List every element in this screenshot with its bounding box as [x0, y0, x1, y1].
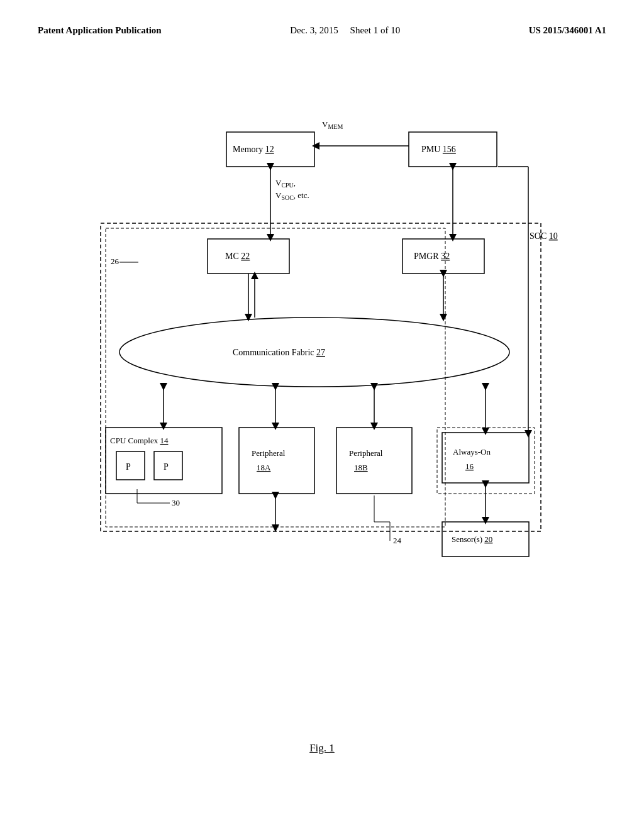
always-on-label: Always-On: [453, 447, 491, 456]
header-left: Patent Application Publication: [38, 25, 162, 36]
pmu-label: PMU 156: [421, 145, 456, 154]
svg-rect-20: [239, 428, 314, 494]
peripheral-a-number: 18A: [257, 463, 271, 472]
svg-rect-0: [101, 223, 541, 531]
label-24: 24: [393, 536, 402, 545]
memory-label: Memory 12: [233, 145, 274, 154]
vsoc-label: VSOC, etc.: [275, 191, 309, 201]
header-date: Dec. 3, 2015: [290, 25, 338, 35]
peripheral-a-label: Peripheral: [252, 448, 286, 458]
svg-rect-22: [442, 433, 529, 483]
header-sheet: Sheet 1 of 10: [350, 25, 401, 35]
pmgr-label: PMGR 32: [414, 252, 450, 261]
svg-rect-3: [437, 428, 535, 494]
figure-caption: Fig. 1: [309, 742, 335, 755]
sensor-label: Sensor(s) 20: [452, 534, 492, 544]
cpu-complex-label: CPU Complex 14: [110, 436, 169, 445]
p2-label: P: [164, 462, 169, 472]
peripheral-b-label: Peripheral: [349, 448, 383, 458]
soc-label: SOC 10: [530, 231, 558, 241]
p1-label: P: [126, 462, 131, 472]
vcpu-label: VCPU,: [275, 178, 296, 189]
page-header: Patent Application Publication Dec. 3, 2…: [0, 0, 644, 36]
label-30: 30: [172, 498, 180, 507]
header-right: US 2015/346001 A1: [529, 25, 606, 36]
comm-fabric-label: Communication Fabric 27: [233, 348, 325, 357]
always-on-number: 16: [465, 462, 474, 471]
vmem-label: VMEM: [322, 119, 343, 130]
diagram-container: SOC 10 26 Memory 12 PMU 156 VMEM MC 22 P…: [50, 113, 594, 585]
header-center: Dec. 3, 2015 Sheet 1 of 10: [290, 25, 400, 36]
svg-rect-21: [336, 428, 412, 494]
peripheral-b-number: 18B: [354, 463, 368, 472]
label-26: 26: [111, 257, 119, 266]
mc-label: MC 22: [225, 252, 250, 261]
